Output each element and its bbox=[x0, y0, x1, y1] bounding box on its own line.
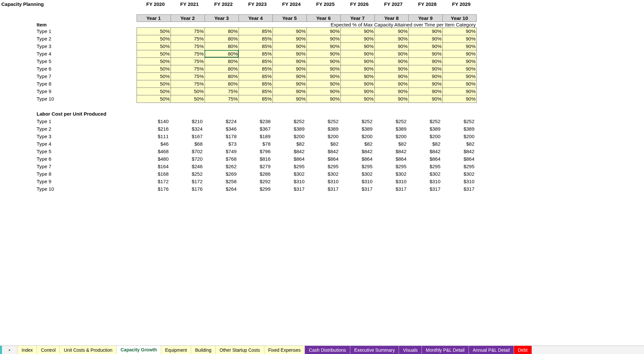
labor-cell[interactable]: $246 bbox=[171, 163, 205, 170]
labor-cell[interactable]: $367 bbox=[239, 125, 272, 133]
capacity-cell[interactable]: 75% bbox=[205, 95, 239, 103]
labor-cell[interactable]: $82 bbox=[340, 140, 374, 148]
labor-cell[interactable]: $302 bbox=[272, 170, 306, 178]
tab-nav-button[interactable]: ▸ bbox=[2, 346, 18, 354]
labor-cell[interactable]: $189 bbox=[239, 133, 272, 140]
capacity-cell[interactable]: 90% bbox=[408, 72, 442, 80]
sheet-tab[interactable]: Equipment bbox=[161, 346, 191, 354]
labor-cell[interactable]: $389 bbox=[340, 125, 374, 133]
sheet-tab[interactable]: Visuals bbox=[399, 346, 422, 354]
capacity-cell[interactable]: 50% bbox=[171, 95, 205, 103]
labor-cell[interactable]: $749 bbox=[205, 148, 239, 155]
labor-cell[interactable]: $389 bbox=[272, 125, 306, 133]
capacity-cell[interactable]: 90% bbox=[408, 88, 442, 95]
labor-cell[interactable]: $768 bbox=[205, 155, 239, 163]
capacity-cell[interactable]: 90% bbox=[306, 80, 340, 88]
capacity-cell[interactable]: 90% bbox=[272, 65, 306, 72]
labor-cell[interactable]: $842 bbox=[408, 148, 442, 155]
labor-cell[interactable]: $295 bbox=[340, 163, 374, 170]
sheet-tab[interactable]: Monthly P&L Detail bbox=[422, 346, 469, 354]
labor-cell[interactable]: $168 bbox=[137, 170, 171, 178]
capacity-cell[interactable]: 75% bbox=[171, 27, 205, 35]
capacity-cell[interactable]: 90% bbox=[408, 80, 442, 88]
labor-cell[interactable]: $796 bbox=[239, 148, 272, 155]
capacity-cell[interactable]: 75% bbox=[171, 80, 205, 88]
labor-cell[interactable]: $302 bbox=[442, 170, 476, 178]
capacity-cell[interactable]: 85% bbox=[239, 80, 272, 88]
capacity-cell[interactable]: 90% bbox=[408, 27, 442, 35]
labor-cell[interactable]: $842 bbox=[374, 148, 408, 155]
capacity-cell[interactable]: 90% bbox=[442, 42, 476, 50]
labor-cell[interactable]: $310 bbox=[272, 178, 306, 185]
capacity-cell[interactable]: 50% bbox=[137, 27, 171, 35]
labor-cell[interactable]: $140 bbox=[137, 118, 171, 125]
capacity-cell[interactable]: 90% bbox=[306, 35, 340, 42]
capacity-cell[interactable]: 90% bbox=[408, 95, 442, 103]
labor-cell[interactable]: $200 bbox=[442, 133, 476, 140]
labor-cell[interactable]: $286 bbox=[239, 170, 272, 178]
capacity-cell[interactable]: 90% bbox=[408, 42, 442, 50]
labor-cell[interactable]: $200 bbox=[340, 133, 374, 140]
capacity-cell[interactable]: 90% bbox=[340, 35, 374, 42]
capacity-cell[interactable]: 85% bbox=[239, 72, 272, 80]
capacity-cell[interactable]: 90% bbox=[272, 50, 306, 57]
labor-cell[interactable]: $842 bbox=[340, 148, 374, 155]
capacity-cell[interactable]: 90% bbox=[408, 50, 442, 57]
labor-cell[interactable]: $468 bbox=[137, 148, 171, 155]
labor-cell[interactable]: $200 bbox=[272, 133, 306, 140]
capacity-cell[interactable]: 90% bbox=[306, 95, 340, 103]
capacity-cell[interactable]: 90% bbox=[272, 42, 306, 50]
capacity-cell[interactable]: 75% bbox=[171, 72, 205, 80]
labor-cell[interactable]: $295 bbox=[408, 163, 442, 170]
labor-cell[interactable]: $172 bbox=[137, 178, 171, 185]
capacity-cell[interactable]: 80% bbox=[205, 65, 239, 72]
labor-cell[interactable]: $842 bbox=[306, 148, 340, 155]
capacity-cell[interactable]: 90% bbox=[272, 72, 306, 80]
capacity-cell[interactable]: 90% bbox=[442, 27, 476, 35]
capacity-cell[interactable]: 50% bbox=[171, 88, 205, 95]
capacity-cell[interactable]: 90% bbox=[306, 57, 340, 65]
sheet-tab[interactable]: Index bbox=[18, 346, 37, 354]
capacity-cell[interactable]: 90% bbox=[272, 80, 306, 88]
sheet-tab[interactable]: Control bbox=[37, 346, 60, 354]
capacity-cell[interactable]: 50% bbox=[137, 35, 171, 42]
capacity-cell[interactable]: 75% bbox=[171, 65, 205, 72]
labor-cell[interactable]: $252 bbox=[171, 170, 205, 178]
labor-cell[interactable]: $310 bbox=[374, 178, 408, 185]
labor-cell[interactable]: $842 bbox=[272, 148, 306, 155]
labor-cell[interactable]: $310 bbox=[442, 178, 476, 185]
capacity-cell[interactable]: 80% bbox=[205, 42, 239, 50]
capacity-cell[interactable]: 85% bbox=[239, 57, 272, 65]
labor-cell[interactable]: $389 bbox=[408, 125, 442, 133]
capacity-cell[interactable]: 85% bbox=[239, 27, 272, 35]
capacity-cell[interactable]: 90% bbox=[442, 80, 476, 88]
labor-cell[interactable]: $82 bbox=[442, 140, 476, 148]
capacity-cell[interactable]: 80% bbox=[205, 35, 239, 42]
capacity-cell[interactable]: 85% bbox=[239, 35, 272, 42]
capacity-cell[interactable]: 90% bbox=[442, 57, 476, 65]
capacity-cell[interactable]: 50% bbox=[137, 42, 171, 50]
labor-cell[interactable]: $864 bbox=[340, 155, 374, 163]
labor-cell[interactable]: $702 bbox=[171, 148, 205, 155]
labor-cell[interactable]: $864 bbox=[442, 155, 476, 163]
capacity-cell[interactable]: 80% bbox=[205, 80, 239, 88]
labor-cell[interactable]: $252 bbox=[272, 118, 306, 125]
labor-cell[interactable]: $68 bbox=[171, 140, 205, 148]
capacity-cell[interactable]: 90% bbox=[340, 72, 374, 80]
labor-cell[interactable]: $210 bbox=[171, 118, 205, 125]
capacity-cell[interactable]: 75% bbox=[205, 88, 239, 95]
capacity-cell[interactable]: 90% bbox=[306, 65, 340, 72]
capacity-cell[interactable]: 50% bbox=[137, 65, 171, 72]
capacity-cell[interactable]: 75% bbox=[171, 42, 205, 50]
labor-cell[interactable]: $317 bbox=[442, 185, 476, 193]
capacity-cell[interactable]: 90% bbox=[374, 42, 408, 50]
capacity-cell[interactable]: 90% bbox=[306, 42, 340, 50]
capacity-cell[interactable]: 85% bbox=[239, 50, 272, 57]
capacity-cell[interactable]: 90% bbox=[340, 88, 374, 95]
capacity-cell[interactable]: 90% bbox=[408, 57, 442, 65]
capacity-cell[interactable]: 90% bbox=[272, 57, 306, 65]
labor-cell[interactable]: $167 bbox=[171, 133, 205, 140]
capacity-cell[interactable]: 90% bbox=[442, 72, 476, 80]
labor-cell[interactable]: $816 bbox=[239, 155, 272, 163]
labor-cell[interactable]: $842 bbox=[442, 148, 476, 155]
